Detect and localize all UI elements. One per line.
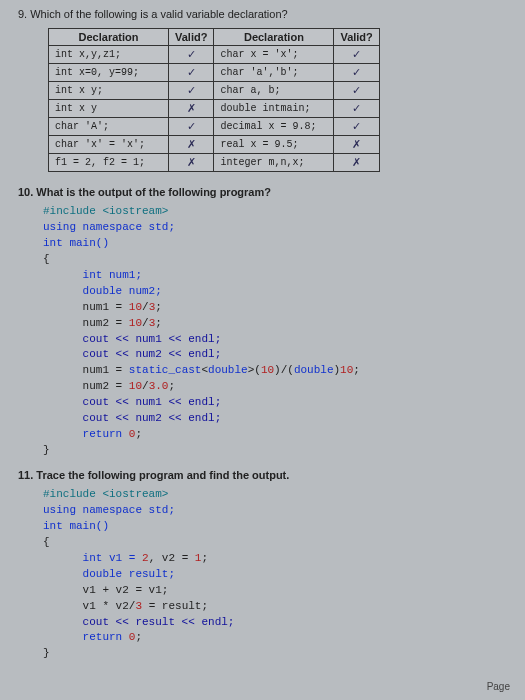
q11-section: 11. Trace the following program and find…: [18, 469, 507, 662]
q10-title: 10. What is the output of the following …: [18, 186, 507, 198]
hdr-valid1: Valid?: [169, 29, 214, 46]
q11-code: #include <iostream> using namespace std;…: [43, 487, 507, 662]
table-row: int x y;✓char a, b;✓: [49, 82, 380, 100]
hdr-decl1: Declaration: [49, 29, 169, 46]
table-row: f1 = 2, f2 = 1;✗integer m,n,x;✗: [49, 154, 380, 172]
q10-section: 10. What is the output of the following …: [18, 186, 507, 459]
q11-title: 11. Trace the following program and find…: [18, 469, 507, 481]
hdr-decl2: Declaration: [214, 29, 334, 46]
declaration-table: Declaration Valid? Declaration Valid? in…: [48, 28, 380, 172]
page-label: Page: [487, 681, 510, 692]
table-row: int x=0, y=99;✓char 'a','b';✓: [49, 64, 380, 82]
table-row: int x y✗double intmain;✓: [49, 100, 380, 118]
table-row: char 'A';✓decimal x = 9.8;✓: [49, 118, 380, 136]
table-row: char 'x' = 'x';✗real x = 9.5;✗: [49, 136, 380, 154]
hdr-valid2: Valid?: [334, 29, 379, 46]
table-row: int x,y,z1;✓char x = 'x';✓: [49, 46, 380, 64]
q10-code: #include <iostream> using namespace std;…: [43, 204, 507, 459]
q9-title: 9. Which of the following is a valid var…: [18, 8, 507, 20]
table-header-row: Declaration Valid? Declaration Valid?: [49, 29, 380, 46]
